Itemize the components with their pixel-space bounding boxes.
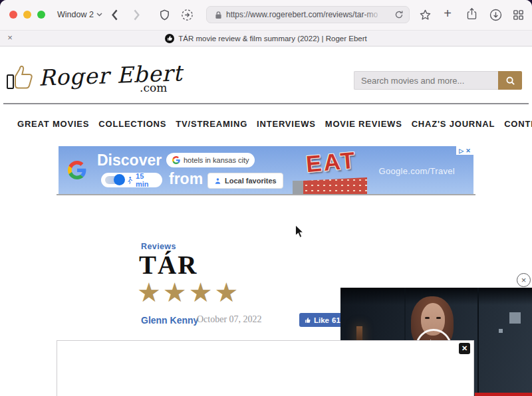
header-divider: [3, 103, 529, 104]
nav-item-great-movies[interactable]: GREAT MOVIES: [17, 119, 89, 129]
box-close-button[interactable]: ✕: [459, 343, 470, 354]
nav-item-movie-reviews[interactable]: MOVIE REVIEWS: [325, 119, 402, 129]
ad-close-icon[interactable]: ✕: [466, 148, 471, 154]
person-pin-icon: [214, 177, 221, 185]
ad-connector: from: [169, 170, 203, 188]
video-progress-bar: [475, 393, 532, 396]
google-g-icon: [172, 156, 180, 164]
nav-item-tv-streaming[interactable]: TV/STREAMING: [176, 119, 247, 129]
ad-chip-hotels-label: hotels in kansas city: [184, 156, 249, 164]
site-favicon: [165, 34, 174, 43]
browser-window: Window 2 https://www.rogerebert.com/revi…: [0, 0, 532, 396]
google-logo-icon: [68, 161, 86, 179]
privacy-shield-icon[interactable]: [158, 9, 171, 21]
site-logo-tld: .com: [140, 81, 167, 94]
walking-person-icon: [127, 176, 133, 185]
window-menu-label: Window 2: [57, 10, 94, 19]
tab-bar: × TÁR movie review & film summary (2022)…: [0, 30, 532, 47]
actor-eye: [425, 317, 430, 319]
zoom-window-button[interactable]: [37, 11, 45, 19]
like-label: Like: [314, 316, 329, 324]
page-settings-icon[interactable]: [181, 9, 194, 21]
minimize-window-button[interactable]: [23, 11, 31, 19]
wall-dot: [499, 329, 503, 333]
ad-banner[interactable]: Discover hotels in kansas city 15 min fr…: [59, 146, 473, 194]
nav-item-chazs-journal[interactable]: CHAZ'S JOURNAL: [412, 119, 495, 129]
new-tab-button[interactable]: +: [441, 6, 454, 19]
toggle-icon: [105, 176, 124, 184]
forward-button[interactable]: [133, 9, 141, 21]
search-input[interactable]: [354, 71, 498, 90]
window-menu[interactable]: Window 2: [57, 10, 102, 19]
like-count: 61: [332, 316, 340, 324]
screen: Window 2 https://www.rogerebert.com/revi…: [0, 0, 532, 396]
search-box: [354, 71, 522, 90]
ad-chip-favorites[interactable]: Local favorites: [207, 173, 283, 189]
nav-item-collections[interactable]: COLLECTIONS: [98, 119, 166, 129]
star-rating: ★★★★: [137, 279, 240, 306]
eat-sign-text: EAT: [305, 147, 358, 178]
search-button[interactable]: [498, 71, 522, 90]
active-tab[interactable]: TÁR movie review & film summary (2022) |…: [0, 31, 532, 46]
ad-headline: Discover: [97, 151, 162, 169]
movie-title: TÁR: [139, 250, 198, 280]
ad-advertiser-url: Google.com/Travel: [379, 166, 455, 176]
ad-toggle-pill[interactable]: 15 min: [101, 173, 162, 187]
eat-sign-marquee: [303, 177, 367, 194]
facebook-like-button[interactable]: Like 61: [299, 313, 346, 327]
review-date: October 07, 2022: [197, 314, 262, 325]
empty-ad-box: [57, 340, 474, 396]
tab-title: TÁR movie review & film summary (2022) |…: [178, 35, 367, 43]
nav-item-contributors[interactable]: CONTRIBUTORS: [504, 119, 532, 129]
ad-divider: [57, 194, 475, 195]
wall-seam: [477, 288, 479, 396]
actor-eye: [436, 317, 441, 319]
web-page: Roger Ebert .com GREAT MOVIES COLLECTION…: [0, 47, 532, 396]
chevron-down-icon: [96, 13, 102, 17]
author-link[interactable]: Glenn Kenny: [141, 315, 198, 326]
video-close-button[interactable]: ×: [517, 273, 531, 287]
close-window-button[interactable]: [9, 11, 17, 19]
bookmark-star-icon[interactable]: [419, 9, 432, 21]
tab-overview-icon[interactable]: [512, 9, 525, 21]
url-fade: [364, 7, 390, 22]
wall-panel: [509, 312, 521, 324]
main-nav: GREAT MOVIES COLLECTIONS TV/STREAMING IN…: [8, 117, 532, 130]
ad-chip-favorites-label: Local favorites: [225, 177, 277, 185]
search-icon: [505, 76, 515, 86]
address-bar[interactable]: https://www.rogerebert.com/reviews/tar-m…: [206, 6, 410, 23]
thumbs-up-icon: [167, 35, 173, 41]
browser-toolbar: Window 2 https://www.rogerebert.com/revi…: [0, 0, 532, 30]
nav-item-interviews[interactable]: INTERVIEWS: [257, 119, 316, 129]
like-thumb-icon: [305, 317, 311, 324]
ad-corner-controls: ▷ ✕: [456, 146, 473, 155]
back-button[interactable]: [110, 9, 118, 21]
ad-chip-hotels[interactable]: hotels in kansas city: [166, 153, 255, 167]
adchoices-icon[interactable]: ▷: [459, 148, 464, 154]
url-text: https://www.rogerebert.com/reviews/tar-m…: [226, 10, 378, 19]
logo-thumbs-up-icon: [5, 60, 35, 94]
lock-icon: [215, 11, 222, 19]
downloads-icon[interactable]: [489, 9, 502, 21]
reload-icon[interactable]: [394, 10, 404, 19]
share-icon[interactable]: [466, 7, 478, 20]
mouse-cursor: [295, 224, 305, 239]
ad-toggle-label: 15 min: [136, 172, 158, 188]
